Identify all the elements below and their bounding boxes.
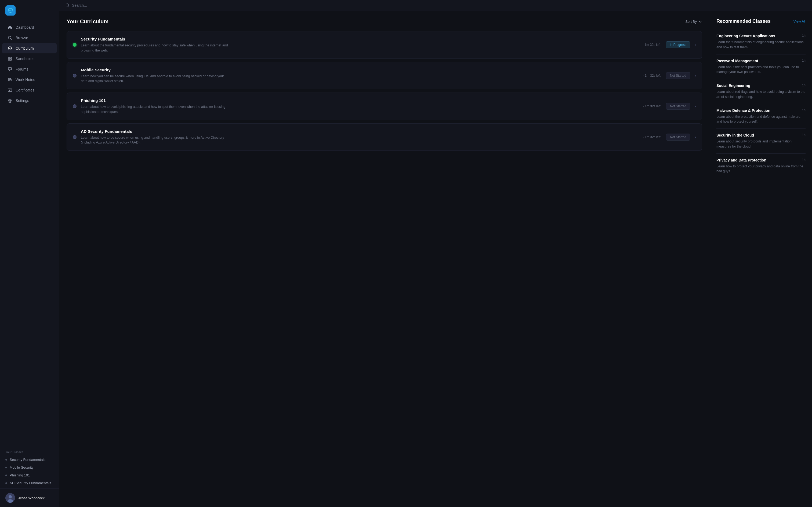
sidebar-item-certificates[interactable]: Certificates	[2, 85, 57, 95]
course-info: Mobile Security Learn how you can be sec…	[81, 68, 639, 84]
sidebar-item-label: Browse	[15, 36, 28, 40]
course-description: Learn about the fundamental security pro…	[81, 43, 231, 53]
browse-icon	[7, 36, 12, 40]
curriculum-icon	[7, 46, 12, 51]
certificates-icon	[7, 88, 12, 93]
recommended-item-social[interactable]: Social Engineering 1h Learn about red-fl…	[716, 79, 806, 104]
bullet-icon	[5, 459, 7, 461]
search-bar[interactable]: Search...	[65, 3, 87, 7]
chevron-right-icon: ›	[695, 42, 696, 47]
rec-item-header: Security in the Cloud 1h	[716, 133, 806, 137]
sort-by-label: Sort By	[685, 19, 697, 23]
course-card-security-fundamentals[interactable]: Security Fundamentals Learn about the fu…	[66, 31, 702, 59]
user-name: Jesse Woodcock	[18, 496, 45, 500]
recommended-item-privacy[interactable]: Privacy and Data Protection 1h Learn how…	[716, 154, 806, 178]
course-info: AD Security Fundamentals Learn about how…	[81, 129, 639, 146]
chevron-right-icon: ›	[695, 73, 696, 78]
svg-rect-5	[8, 59, 10, 60]
logo	[0, 0, 59, 20]
svg-point-13	[9, 100, 11, 101]
status-badge: Not Started	[666, 133, 690, 140]
rec-item-name: Privacy and Data Protection	[716, 158, 800, 162]
search-placeholder: Search...	[72, 3, 87, 7]
chevron-right-icon: ›	[695, 135, 696, 139]
sandboxes-icon	[7, 56, 12, 61]
course-time: · 1m 32s left	[643, 43, 660, 47]
content-area: Your Curriculum Sort By Security Fundame…	[59, 11, 812, 507]
rec-item-description: Learn about red-flags and how to avoid b…	[716, 89, 806, 100]
sidebar-item-label: Curriculum	[15, 46, 34, 50]
sidebar-class-security-fundamentals[interactable]: Security Fundamentals	[5, 456, 53, 463]
course-time: · 1m 32s left	[643, 104, 661, 108]
sidebar-footer: Jesse Woodcock	[0, 489, 59, 507]
svg-line-18	[68, 6, 69, 7]
course-card-phishing-101[interactable]: Phishing 101 Learn about how to avoid ph…	[66, 93, 702, 120]
rec-item-header: Malware Defence & Protection 1h	[716, 108, 806, 113]
sidebar-item-settings[interactable]: Settings	[2, 96, 57, 106]
rec-item-duration: 1h	[802, 83, 806, 87]
chevron-right-icon: ›	[695, 104, 696, 109]
course-status-dot-inactive	[73, 135, 77, 139]
search-icon	[65, 3, 70, 7]
recommended-item-cloud[interactable]: Security in the Cloud 1h Learn about sec…	[716, 129, 806, 154]
sidebar-class-mobile-security[interactable]: Mobile Security	[5, 463, 53, 471]
svg-line-1	[11, 39, 12, 40]
sidebar-class-phishing-101[interactable]: Phishing 101	[5, 471, 53, 479]
rec-item-description: Learn how to protect your privacy and da…	[716, 164, 806, 174]
sidebar-item-dashboard[interactable]: Dashboard	[2, 22, 57, 33]
bullet-icon	[5, 467, 7, 468]
status-badge: In Progress	[666, 41, 690, 48]
rec-item-header: Privacy and Data Protection 1h	[716, 158, 806, 162]
rec-item-header: Password Management 1h	[716, 59, 806, 63]
rec-item-duration: 1h	[802, 34, 806, 38]
recommended-item-password[interactable]: Password Management 1h Learn about the b…	[716, 54, 806, 79]
sidebar-item-forums[interactable]: Forums	[2, 64, 57, 74]
bullet-icon	[5, 474, 7, 476]
sidebar-class-ad-security[interactable]: AD Security Fundamentals	[5, 479, 53, 487]
sort-by-button[interactable]: Sort By	[685, 19, 702, 23]
course-name: Phishing 101	[81, 98, 639, 103]
svg-point-0	[8, 36, 11, 39]
sidebar-item-work-notes[interactable]: Work Notes	[2, 74, 57, 85]
course-description: Learn how you can be secure when using i…	[81, 74, 231, 84]
rec-item-name: Malware Defence & Protection	[716, 108, 800, 113]
sidebar-item-curriculum[interactable]: Curriculum	[2, 43, 57, 53]
top-bar: Search...	[59, 0, 812, 11]
rec-item-header: Engineering Secure Applications 1h	[716, 34, 806, 38]
rec-item-name: Security in the Cloud	[716, 133, 800, 137]
sidebar-item-label: Work Notes	[15, 77, 35, 82]
curriculum-title: Your Curriculum	[66, 18, 108, 25]
curriculum-panel: Your Curriculum Sort By Security Fundame…	[59, 11, 710, 507]
sidebar-item-label: Dashboard	[15, 25, 34, 30]
course-description: Learn about how to avoid phishing attack…	[81, 104, 231, 115]
course-meta: · 1m 32s left In Progress	[643, 41, 690, 48]
rec-item-description: Learn about the best practices and tools…	[716, 65, 806, 75]
bullet-icon	[5, 482, 7, 484]
sidebar-item-browse[interactable]: Browse	[2, 33, 57, 43]
recommended-item-engineering[interactable]: Engineering Secure Applications 1h Learn…	[716, 30, 806, 54]
sidebar-item-label: Certificates	[15, 88, 34, 92]
recommended-title: Recommended Classes	[716, 18, 771, 24]
rec-item-duration: 1h	[802, 133, 806, 137]
class-label: Mobile Security	[10, 465, 34, 469]
course-name: Mobile Security	[81, 68, 639, 72]
course-time: · 1m 32s left	[643, 74, 661, 77]
rec-item-name: Password Management	[716, 59, 800, 63]
status-badge: Not Started	[666, 72, 690, 79]
settings-icon	[7, 98, 12, 103]
course-info: Phishing 101 Learn about how to avoid ph…	[81, 98, 639, 115]
course-card-ad-security[interactable]: AD Security Fundamentals Learn about how…	[66, 123, 702, 151]
sidebar-item-sandboxes[interactable]: Sandboxes	[2, 54, 57, 64]
course-time: · 1m 32s left	[643, 135, 661, 139]
work-notes-icon	[7, 77, 12, 82]
rec-item-description: Learn about security protocols and imple…	[716, 139, 806, 149]
view-all-button[interactable]: View All	[794, 19, 806, 23]
course-name: Security Fundamentals	[81, 37, 639, 41]
curriculum-header: Your Curriculum Sort By	[66, 18, 702, 25]
course-status-dot-inactive	[73, 74, 77, 77]
svg-rect-3	[8, 57, 10, 58]
svg-rect-6	[10, 59, 11, 60]
course-card-mobile-security[interactable]: Mobile Security Learn how you can be sec…	[66, 62, 702, 90]
recommended-header: Recommended Classes View All	[716, 18, 806, 24]
recommended-item-malware[interactable]: Malware Defence & Protection 1h Learn ab…	[716, 104, 806, 129]
